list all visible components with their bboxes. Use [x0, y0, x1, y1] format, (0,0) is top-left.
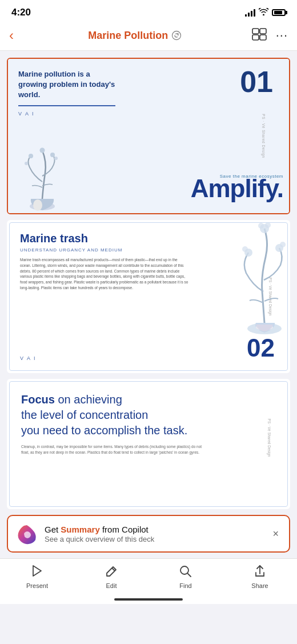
svg-point-11	[33, 199, 42, 211]
document-title: Marine Pollution	[88, 30, 168, 42]
sync-icon	[171, 30, 182, 41]
svg-rect-2	[260, 29, 266, 34]
home-bar	[114, 598, 183, 601]
svg-point-14	[242, 246, 248, 252]
slide-card-3[interactable]: PS · Vé Shared Design Focus on achieving…	[7, 379, 290, 509]
slide2-body: Marine trash encompasses all manufacture…	[20, 257, 188, 291]
slide2-content: PS · Vé Shared Design	[9, 222, 288, 371]
find-label: Find	[179, 582, 191, 589]
svg-rect-3	[252, 35, 259, 40]
copilot-banner[interactable]: Get Summary from Copilot See a quick ove…	[7, 515, 290, 553]
slide-card-1[interactable]: PS · Vé Shared Design Marine pollution i…	[7, 58, 290, 214]
slide2-subtitle: Understand Urgancy and Medium	[20, 247, 188, 253]
find-icon	[179, 565, 192, 581]
slide1-headline: Marine pollution is a growing problem in…	[18, 69, 115, 106]
slide1-content: PS · Vé Shared Design Marine pollution i…	[8, 59, 289, 213]
share-icon	[253, 565, 267, 581]
copilot-suffix: from Copilot	[100, 525, 148, 534]
svg-point-10	[54, 157, 58, 160]
slide1-plant-illustration	[14, 145, 71, 213]
copilot-icon	[16, 523, 38, 545]
nav-share-button[interactable]: Share	[223, 565, 297, 589]
copilot-text: Get Summary from Copilot See a quick ove…	[45, 525, 263, 543]
svg-point-16	[280, 242, 286, 247]
slide2-plant-illustration	[213, 223, 287, 337]
edit-label: Edit	[106, 582, 117, 589]
slide3-text-content: Focus on achievingthe level of concentra…	[10, 382, 218, 461]
svg-rect-4	[260, 35, 266, 40]
slide3-ps-label: PS · Vé Shared Design	[267, 419, 271, 457]
slide1-amplify: Amplify.	[191, 174, 283, 203]
copilot-close-button[interactable]: ×	[270, 526, 281, 542]
slide2-title: Marine trash	[20, 232, 188, 245]
slide3-body: Cleanup, in contrast, may be impossible …	[21, 444, 207, 455]
slide2-number: 02	[247, 334, 275, 362]
status-time: 4:20	[11, 7, 31, 18]
more-options-button[interactable]: ···	[276, 28, 288, 43]
edit-icon	[105, 565, 118, 581]
top-nav: ‹ Marine Pollution ···	[0, 22, 297, 51]
copilot-sub-text: See a quick overview of this deck	[45, 535, 263, 543]
signal-bars-icon	[245, 9, 255, 17]
share-label: Share	[251, 582, 268, 589]
home-indicator	[0, 594, 297, 604]
present-icon	[30, 565, 44, 581]
slide3-content: PS · Vé Shared Design Focus on achieving…	[9, 381, 288, 507]
svg-point-7	[50, 153, 55, 157]
svg-point-6	[29, 154, 33, 158]
present-label: Present	[26, 582, 48, 589]
slide1-number: 01	[240, 67, 273, 97]
slide3-title-bold: Focus	[21, 393, 55, 406]
copilot-main-text: Get Summary from Copilot	[45, 525, 263, 534]
slide1-vat: V A I	[18, 111, 115, 117]
nav-right-buttons: ···	[252, 28, 288, 43]
battery-icon	[272, 9, 286, 16]
svg-point-0	[172, 31, 181, 40]
svg-rect-1	[252, 29, 259, 34]
layout-icon-button[interactable]	[252, 28, 267, 43]
svg-point-9	[25, 162, 28, 165]
svg-point-18	[258, 223, 264, 229]
slides-scroll-area: PS · Vé Shared Design Marine pollution i…	[0, 51, 297, 509]
status-bar: 4:20	[0, 0, 297, 22]
slide2-text-content: Marine trash Understand Urgancy and Medi…	[10, 223, 198, 298]
nav-edit-button[interactable]: Edit	[74, 565, 148, 589]
nav-present-button[interactable]: Present	[0, 565, 74, 589]
copilot-highlight: Summary	[61, 525, 99, 534]
slide1-top-left: Marine pollution is a growing problem in…	[18, 69, 115, 117]
nav-find-button[interactable]: Find	[148, 565, 223, 589]
slide1-ps-label: PS · Vé Shared Design	[262, 114, 266, 158]
wifi-icon	[259, 8, 268, 17]
slide3-title: Focus on achievingthe level of concentra…	[21, 392, 207, 438]
copilot-prefix: Get	[45, 525, 61, 534]
bottom-nav: Present Edit Find Share	[0, 558, 297, 594]
slide2-bottom-bar: V A I	[20, 355, 37, 361]
slide2-vat: V A I	[20, 355, 37, 361]
slide-card-2[interactable]: PS · Vé Shared Design	[7, 220, 290, 373]
status-icons	[245, 8, 286, 17]
nav-title: Marine Pollution	[18, 30, 252, 42]
back-button[interactable]: ‹	[9, 26, 18, 45]
svg-point-8	[40, 148, 45, 153]
